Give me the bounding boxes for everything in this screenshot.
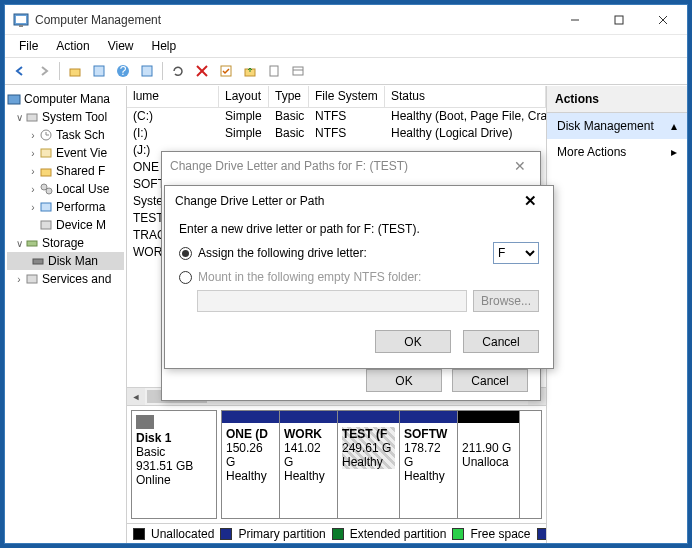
cancel-button[interactable]: Cancel <box>452 369 528 392</box>
forward-button[interactable] <box>33 60 55 82</box>
tree-services[interactable]: ›Services and <box>7 270 124 288</box>
legend-swatch <box>452 528 464 540</box>
view1-icon[interactable] <box>88 60 110 82</box>
delete-icon[interactable] <box>191 60 213 82</box>
svg-rect-25 <box>41 169 51 176</box>
legend-swatch <box>220 528 232 540</box>
tree-item[interactable]: ›Task Sch <box>7 126 124 144</box>
svg-rect-24 <box>41 149 51 157</box>
partition-bar: ONE (D150.26 GHealthyWORK141.02 GHealthy… <box>221 410 542 519</box>
dialog-title: Change Drive Letter and Paths for F: (TE… <box>170 159 408 173</box>
ok-button[interactable]: OK <box>375 330 451 353</box>
svg-rect-1 <box>16 16 26 23</box>
menubar: File Action View Help <box>5 35 687 57</box>
svg-rect-20 <box>27 114 37 121</box>
svg-rect-28 <box>41 203 51 211</box>
menu-file[interactable]: File <box>11 37 46 55</box>
volume-list-header: lume Layout Type File System Status <box>127 86 546 108</box>
mount-folder-radio[interactable] <box>179 271 192 284</box>
partition[interactable]: TEST (F249.61 GHealthy <box>338 411 400 518</box>
svg-rect-19 <box>8 95 20 104</box>
minimize-button[interactable] <box>553 6 597 34</box>
navigation-tree[interactable]: Computer Mana ∨System Tool ›Task Sch ›Ev… <box>5 86 127 543</box>
actions-panel: Actions Disk Management▴ More Actions▸ <box>547 86 687 543</box>
svg-rect-16 <box>270 66 278 76</box>
toolbar: ? <box>5 57 687 85</box>
app-icon <box>13 12 29 28</box>
browse-button: Browse... <box>473 290 539 312</box>
svg-rect-29 <box>41 221 51 229</box>
close-icon[interactable]: ✕ <box>508 156 532 176</box>
tree-item[interactable]: ›Performa <box>7 198 124 216</box>
partition[interactable]: ONE (D150.26 GHealthy <box>222 411 280 518</box>
svg-rect-31 <box>33 259 43 264</box>
ok-button[interactable]: OK <box>366 369 442 392</box>
actions-more[interactable]: More Actions▸ <box>547 139 687 165</box>
tree-item[interactable]: ›Shared F <box>7 162 124 180</box>
help-icon[interactable]: ? <box>112 60 134 82</box>
close-icon[interactable]: ✕ <box>518 190 543 212</box>
disk-icon <box>136 415 154 429</box>
drive-letter-select[interactable]: F <box>493 242 539 264</box>
actions-header: Actions <box>547 86 687 113</box>
legend-swatch <box>133 528 145 540</box>
svg-text:?: ? <box>120 64 127 78</box>
chevron-right-icon: ▸ <box>671 145 677 159</box>
legend-label: Extended partition <box>350 527 447 541</box>
mount-folder-label: Mount in the following empty NTFS folder… <box>198 270 421 284</box>
assign-letter-radio[interactable] <box>179 247 192 260</box>
maximize-button[interactable] <box>597 6 641 34</box>
tree-item[interactable]: Device M <box>7 216 124 234</box>
refresh-icon[interactable] <box>167 60 189 82</box>
svg-point-27 <box>46 188 52 194</box>
cancel-button[interactable]: Cancel <box>463 330 539 353</box>
tree-root[interactable]: Computer Mana <box>7 90 124 108</box>
folder-path-input <box>197 290 467 312</box>
properties-icon[interactable] <box>263 60 285 82</box>
disk-map: Disk 1 Basic 931.51 GB Online ONE (D150.… <box>127 405 546 523</box>
back-button[interactable] <box>9 60 31 82</box>
up-button[interactable] <box>64 60 86 82</box>
legend-swatch <box>332 528 344 540</box>
collapse-icon: ▴ <box>671 119 677 133</box>
menu-view[interactable]: View <box>100 37 142 55</box>
svg-rect-7 <box>70 69 80 76</box>
titlebar: Computer Management <box>5 5 687 35</box>
tree-item[interactable]: ›Local Use <box>7 180 124 198</box>
tree-system-tools[interactable]: ∨System Tool <box>7 108 124 126</box>
partition[interactable]: 211.90 GUnalloca <box>458 411 520 518</box>
check-icon[interactable] <box>215 60 237 82</box>
tree-disk-management[interactable]: Disk Man <box>7 252 124 270</box>
tree-item[interactable]: ›Event Vie <box>7 144 124 162</box>
legend-label: Unallocated <box>151 527 214 541</box>
partition[interactable]: WORK141.02 GHealthy <box>280 411 338 518</box>
disk-header[interactable]: Disk 1 Basic 931.51 GB Online <box>131 410 217 519</box>
assign-letter-label: Assign the following drive letter: <box>198 246 367 260</box>
svg-rect-4 <box>615 16 623 24</box>
partition[interactable]: SOFTW178.72 GHealthy <box>400 411 458 518</box>
volume-row[interactable]: (I:)SimpleBasicNTFSHealthy (Logical Driv… <box>127 125 546 142</box>
legend-label: Free space <box>470 527 530 541</box>
menu-action[interactable]: Action <box>48 37 97 55</box>
dialog-title: Change Drive Letter or Path <box>175 194 324 208</box>
svg-rect-32 <box>27 275 37 283</box>
legend-swatch <box>537 528 547 540</box>
tree-storage[interactable]: ∨Storage <box>7 234 124 252</box>
svg-rect-2 <box>19 25 23 27</box>
svg-rect-30 <box>27 241 37 246</box>
view2-icon[interactable] <box>136 60 158 82</box>
legend-label: Primary partition <box>238 527 325 541</box>
computer-management-window: Computer Management File Action View Hel… <box>4 4 688 544</box>
list-icon[interactable] <box>287 60 309 82</box>
svg-rect-17 <box>293 67 303 75</box>
legend: UnallocatedPrimary partitionExtended par… <box>127 523 546 543</box>
svg-rect-11 <box>142 66 152 76</box>
change-drive-letter-dialog: Change Drive Letter or Path ✕ Enter a ne… <box>164 185 554 369</box>
volume-row[interactable]: (C:)SimpleBasicNTFSHealthy (Boot, Page F… <box>127 108 546 125</box>
svg-rect-8 <box>94 66 104 76</box>
close-button[interactable] <box>641 6 685 34</box>
menu-help[interactable]: Help <box>144 37 185 55</box>
dialog-prompt: Enter a new drive letter or path for F: … <box>179 222 539 236</box>
folder-up-icon[interactable] <box>239 60 261 82</box>
actions-disk-management[interactable]: Disk Management▴ <box>547 113 687 139</box>
